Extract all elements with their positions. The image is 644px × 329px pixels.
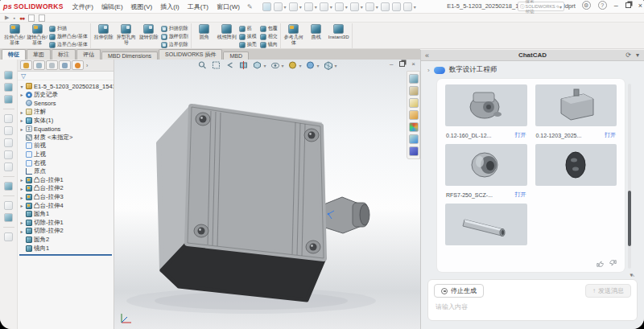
macro-pause-icon[interactable]: ▪: [13, 15, 14, 21]
undo-icon[interactable]: [335, 2, 344, 11]
left-toolbar-icon[interactable]: [4, 150, 13, 159]
wrap-button[interactable]: 包覆: [260, 25, 278, 32]
zoom-fit-icon[interactable]: [197, 60, 207, 70]
draft-button[interactable]: 拔模: [239, 33, 257, 40]
tree-item[interactable]: 镜向1: [19, 244, 114, 253]
thumbs-up-icon[interactable]: [597, 260, 604, 267]
thumbs-down-icon[interactable]: [609, 260, 617, 267]
tree-item[interactable]: 材质 <未指定>: [19, 134, 114, 142]
file-explorer-icon[interactable]: [409, 98, 419, 108]
reference-geometry-button[interactable]: 参考几何体: [283, 24, 304, 46]
tree-filter[interactable]: ▽: [18, 72, 114, 80]
panel-menu-icon[interactable]: ▾: [636, 51, 639, 59]
part-thumbnail[interactable]: [445, 144, 527, 186]
extrude-cut-button[interactable]: 拉伸切除: [93, 24, 114, 40]
tab-evaluate[interactable]: 评估: [76, 49, 101, 60]
zoom-area-icon[interactable]: [211, 60, 221, 70]
feature-tree-tab[interactable]: [20, 60, 32, 70]
linear-pattern-button[interactable]: 线性阵列: [217, 24, 237, 40]
send-button[interactable]: ↑ 发送消息: [585, 284, 631, 298]
sweep-button[interactable]: 扫描: [49, 25, 88, 32]
property-manager-tab[interactable]: [33, 60, 45, 70]
pin-menu-icon[interactable]: ✎: [247, 3, 253, 10]
tab-addins[interactable]: SOLIDWORKS 插件: [159, 49, 222, 60]
open-link[interactable]: 打开: [605, 131, 616, 139]
caret-icon[interactable]: ▾: [559, 4, 562, 10]
more-tabs-icon[interactable]: ›: [86, 63, 88, 68]
part-thumbnail[interactable]: [445, 84, 527, 126]
redo-icon[interactable]: [350, 2, 359, 11]
select-icon[interactable]: [365, 2, 374, 11]
tree-item[interactable]: ▸凸台-拉伸1: [19, 176, 114, 185]
left-toolbar-icon[interactable]: [4, 182, 13, 191]
edit-appearance-icon[interactable]: [287, 60, 297, 70]
menu-file[interactable]: 文件(F): [68, 2, 97, 11]
left-toolbar-icon[interactable]: [4, 83, 13, 92]
boundary-cut-button[interactable]: 边界切除: [161, 41, 188, 48]
tree-root[interactable]: ▾E1-5_5-1203_20250218_154159_7681: [19, 82, 114, 91]
revolve-cut-button[interactable]: 旋转切除: [138, 24, 159, 40]
instant3d-button[interactable]: Instant3D: [328, 24, 349, 40]
fillet-button[interactable]: 圆角: [194, 24, 215, 40]
panel-collapse-icon[interactable]: ^: [631, 273, 634, 280]
loft-cut-button[interactable]: 放样切割: [161, 33, 188, 40]
tree-item[interactable]: 右视: [19, 158, 114, 167]
tree-item[interactable]: Sensors: [19, 99, 114, 108]
left-toolbar-icon[interactable]: [4, 201, 13, 210]
rollback-bar[interactable]: [19, 254, 112, 256]
search-input[interactable]: ⓘ 搜索 SOLIDWORKS 帮助 ▾: [518, 2, 564, 11]
left-toolbar-icon[interactable]: [4, 126, 13, 135]
chat-input[interactable]: [434, 302, 631, 311]
rib-button[interactable]: 筋: [239, 25, 257, 32]
scrollbar-thumb[interactable]: [628, 191, 631, 246]
left-toolbar-icon[interactable]: [4, 114, 13, 123]
configuration-manager-tab[interactable]: [46, 60, 58, 70]
stop-generate-button[interactable]: 停止生成: [434, 284, 484, 298]
boundary-boss-button[interactable]: 边界凸台/基体: [49, 41, 88, 48]
menu-insert[interactable]: 插入(I): [156, 2, 184, 11]
rebuild-icon[interactable]: [381, 2, 390, 11]
left-toolbar-icon[interactable]: [4, 71, 13, 80]
left-toolbar-icon[interactable]: [4, 232, 13, 241]
close-button[interactable]: ×: [638, 2, 642, 10]
macro-record-icon[interactable]: ●●: [19, 15, 24, 21]
help-icon[interactable]: ?: [598, 1, 607, 10]
restore-button[interactable]: [625, 2, 631, 8]
part-thumbnail[interactable]: [535, 144, 617, 186]
tree-item[interactable]: ▸凸台-拉伸4: [19, 201, 114, 210]
menu-view[interactable]: 视图(V): [127, 2, 157, 11]
tree-item[interactable]: ▸注解: [19, 108, 114, 117]
section-view-icon[interactable]: [238, 60, 248, 70]
tab-markup[interactable]: 标注: [52, 49, 76, 60]
new-document-icon[interactable]: [274, 2, 283, 11]
custom-properties-icon[interactable]: [409, 134, 419, 144]
loft-button[interactable]: 放样凸台/基体: [49, 33, 88, 40]
menu-tools[interactable]: 工具(T): [184, 2, 213, 11]
tab-mbd-dimensions[interactable]: MBD Dimensions: [101, 51, 158, 60]
home-icon[interactable]: [262, 2, 271, 11]
macro-play-icon[interactable]: ▶: [5, 14, 9, 21]
viewport-restore-icon[interactable]: [399, 61, 405, 67]
chat-scrollbar[interactable]: [628, 84, 631, 269]
task-home-icon[interactable]: [409, 74, 419, 84]
view-orientation-icon[interactable]: [324, 60, 333, 70]
design-library-icon[interactable]: [409, 86, 419, 96]
graphics-viewport[interactable]: ▾ ▾ ▾ ▾ ▾ – ×: [114, 60, 420, 329]
dimxpert-manager-tab[interactable]: [59, 60, 71, 70]
tree-item[interactable]: ▸切除-拉伸1: [19, 219, 114, 228]
viewport-minimize-icon[interactable]: –: [390, 60, 393, 68]
tree-item[interactable]: ▸切除-拉伸2: [19, 227, 114, 236]
options-gear-icon[interactable]: ⚙: [582, 1, 591, 10]
forum-icon[interactable]: [409, 146, 419, 156]
part-thumbnail[interactable]: [445, 204, 527, 245]
left-toolbar-icon[interactable]: [4, 162, 13, 171]
refresh-icon[interactable]: ⟳: [625, 51, 631, 59]
tab-mbd[interactable]: MBD: [223, 51, 249, 60]
minimize-button[interactable]: –: [614, 2, 618, 10]
tree-item[interactable]: 圆角2: [19, 236, 114, 245]
viewport-close-icon[interactable]: ×: [411, 60, 415, 68]
tab-sketch[interactable]: 草图: [27, 49, 51, 60]
open-link[interactable]: 打开: [515, 131, 526, 139]
view-palette-icon[interactable]: [409, 110, 419, 120]
tree-item[interactable]: ▸实体(1): [19, 116, 114, 125]
